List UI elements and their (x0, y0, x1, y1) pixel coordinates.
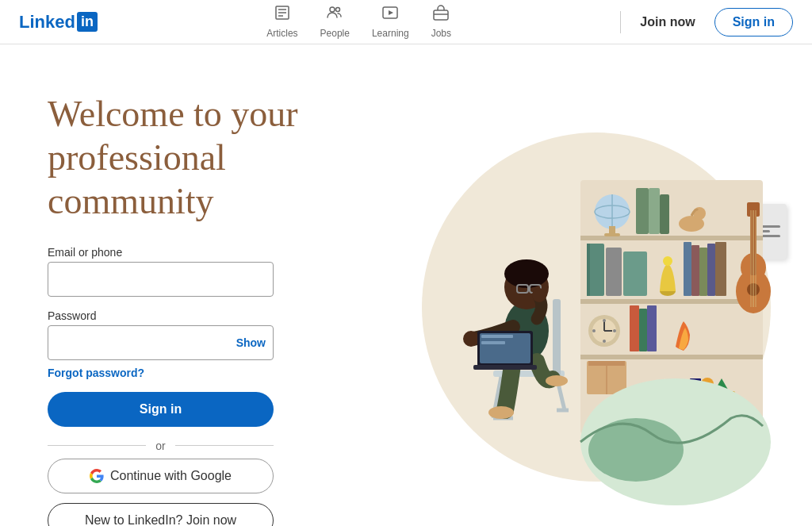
nav-item-people[interactable]: People (311, 0, 359, 47)
svg-point-71 (488, 406, 514, 419)
main-illustration: ✕ (398, 109, 795, 505)
show-password-button[interactable]: Show (236, 336, 266, 349)
learning-icon (381, 3, 400, 26)
password-wrapper: Show (48, 325, 274, 360)
svg-point-23 (693, 207, 706, 220)
join-now-button[interactable]: New to LinkedIn? Join now (48, 503, 274, 526)
google-icon (90, 469, 104, 483)
articles-icon (273, 3, 292, 26)
header-actions: Join now Sign in (620, 8, 793, 36)
divider-line-left (48, 445, 146, 446)
signin-main-button[interactable]: Sign in (48, 392, 274, 427)
right-panel: ✕ (381, 44, 812, 526)
google-btn-label: Continue with Google (110, 469, 232, 483)
svg-rect-21 (660, 194, 669, 234)
logo-box: in (77, 12, 98, 32)
main-content: Welcome to your professional community E… (0, 44, 812, 526)
signin-header-button[interactable]: Sign in (714, 8, 793, 36)
divider-line-right (175, 445, 274, 446)
svg-rect-82 (481, 335, 513, 338)
svg-point-74 (504, 259, 549, 288)
hero-title: Welcome to your professional community (48, 92, 349, 224)
svg-rect-83 (481, 341, 505, 344)
logo-text: Linked (19, 12, 75, 33)
svg-rect-27 (623, 251, 647, 296)
svg-point-79 (532, 288, 546, 302)
svg-rect-33 (707, 244, 715, 296)
svg-point-5 (336, 8, 340, 12)
svg-rect-19 (636, 188, 649, 234)
svg-rect-31 (691, 245, 699, 296)
email-input[interactable] (48, 262, 274, 297)
header-left: Linked in (19, 12, 98, 33)
svg-point-50 (613, 329, 616, 332)
divider-or-text: or (146, 440, 174, 452)
illustration-wrapper: ✕ (398, 109, 795, 505)
email-label: Email or phone (48, 246, 349, 259)
svg-marker-7 (389, 10, 393, 15)
svg-rect-34 (715, 242, 726, 296)
svg-point-78 (463, 331, 479, 347)
svg-point-4 (330, 7, 335, 12)
svg-rect-17 (609, 226, 615, 234)
join-now-link[interactable]: Join now (630, 9, 704, 36)
svg-rect-30 (684, 242, 691, 296)
svg-point-48 (603, 340, 606, 343)
header-divider (620, 11, 621, 33)
linkedin-logo[interactable]: Linked in (19, 12, 98, 33)
svg-rect-52 (639, 309, 647, 351)
forgot-password-link[interactable]: Forgot password? (48, 367, 349, 379)
nav-item-jobs[interactable]: Jobs (422, 0, 461, 47)
svg-rect-20 (649, 188, 660, 234)
svg-rect-18 (604, 233, 620, 236)
nav-articles-label: Articles (266, 28, 297, 39)
password-label: Password (48, 309, 349, 322)
svg-rect-25 (587, 244, 590, 296)
svg-point-72 (546, 375, 568, 386)
svg-point-49 (592, 329, 596, 332)
hero-title-line2: professional community (48, 137, 226, 221)
svg-rect-53 (647, 305, 657, 351)
svg-rect-26 (606, 248, 622, 296)
svg-rect-12 (580, 299, 763, 304)
svg-rect-8 (434, 10, 448, 20)
nav-jobs-label: Jobs (431, 28, 451, 39)
nav-item-learning[interactable]: Learning (362, 0, 419, 47)
nav-item-articles[interactable]: Articles (257, 0, 307, 47)
header: Linked in Articles People Learning (0, 0, 812, 44)
divider-row: or (48, 440, 274, 452)
svg-rect-84 (473, 365, 537, 370)
svg-point-29 (663, 256, 672, 266)
hero-title-line1: Welcome to your (48, 94, 298, 134)
google-signin-button[interactable]: Continue with Google (48, 459, 274, 493)
svg-rect-65 (553, 299, 561, 377)
svg-rect-13 (580, 355, 763, 359)
svg-rect-51 (630, 305, 639, 351)
jobs-icon (431, 3, 450, 26)
header-nav: Articles People Learning Jobs (257, 0, 461, 47)
svg-point-47 (603, 319, 606, 322)
svg-rect-32 (699, 248, 707, 296)
nav-learning-label: Learning (372, 28, 409, 39)
people-icon (325, 3, 344, 26)
nav-people-label: People (320, 28, 350, 39)
left-panel: Welcome to your professional community E… (0, 44, 381, 526)
